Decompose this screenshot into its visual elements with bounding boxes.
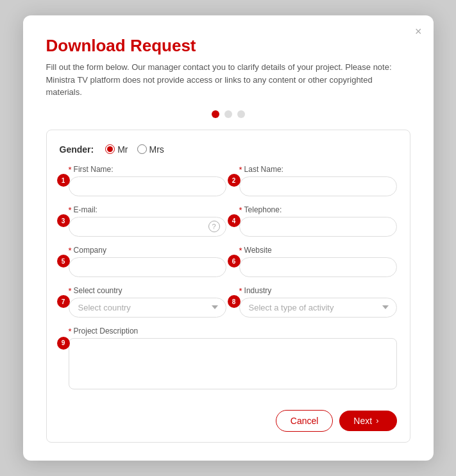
- badge-2: 2: [228, 174, 241, 187]
- email-label: * E-mail:: [69, 205, 226, 215]
- gender-radio-group: Mr Mrs: [105, 144, 164, 155]
- first-name-label: * First Name:: [69, 165, 226, 174]
- modal-overlay: × Download Request Fill out the form bel…: [0, 0, 456, 476]
- email-help-icon[interactable]: ?: [208, 221, 220, 232]
- next-arrow-icon: ›: [376, 416, 378, 425]
- form-actions: Cancel Next ›: [60, 410, 397, 432]
- gender-row: Gender: Mr Mrs: [60, 144, 397, 155]
- company-input[interactable]: [69, 257, 226, 277]
- badge-9: 9: [57, 337, 70, 350]
- gender-mr-label: Mr: [117, 144, 128, 155]
- badge-3: 3: [57, 214, 70, 227]
- gender-label: Gender:: [60, 144, 94, 155]
- gender-mr-radio[interactable]: [105, 144, 115, 154]
- step-dot-3: [237, 110, 245, 118]
- badge-5: 5: [57, 255, 70, 268]
- telephone-field: 4 * Telephone:: [239, 205, 397, 237]
- gender-mrs-label: Mrs: [149, 144, 164, 155]
- website-input[interactable]: [239, 257, 397, 277]
- modal-description: Fill out the form below. Our manager con…: [46, 61, 410, 99]
- first-name-field: 1 * First Name:: [69, 165, 226, 196]
- company-label: * Company: [69, 246, 226, 255]
- next-button-label: Next: [353, 416, 372, 426]
- website-label: * Website: [239, 246, 397, 255]
- step-dot-1: [212, 110, 219, 118]
- badge-7: 7: [57, 295, 70, 308]
- modal-title: Download Request: [46, 36, 410, 56]
- badge-1: 1: [57, 174, 70, 187]
- email-input-wrap: ?: [69, 217, 226, 237]
- industry-field: 8 * Industry Select a type of activity: [239, 286, 397, 318]
- modal: × Download Request Fill out the form bel…: [23, 15, 434, 461]
- telephone-input[interactable]: [239, 217, 397, 237]
- badge-4: 4: [228, 214, 241, 227]
- country-field: 7 * Select country Select country: [69, 286, 226, 318]
- first-name-input[interactable]: [69, 176, 226, 196]
- stepper: [46, 110, 410, 118]
- gender-mrs-radio[interactable]: [137, 144, 147, 154]
- telephone-label: * Telephone:: [239, 205, 397, 215]
- badge-6: 6: [228, 255, 241, 268]
- email-input[interactable]: [69, 217, 226, 237]
- email-field: 3 * E-mail: ?: [69, 205, 226, 237]
- project-description-field: 9 * Project Description: [69, 327, 397, 392]
- industry-select[interactable]: Select a type of activity: [239, 298, 397, 318]
- next-button[interactable]: Next ›: [339, 411, 396, 431]
- form-box: Gender: Mr Mrs 1: [46, 130, 410, 443]
- gender-mr-option[interactable]: Mr: [105, 144, 128, 155]
- step-dot-2: [224, 110, 232, 118]
- country-label: * Select country: [69, 286, 226, 296]
- gender-mrs-option[interactable]: Mrs: [137, 144, 164, 155]
- form-grid: 1 * First Name: 2 * Last Name:: [60, 165, 397, 401]
- website-field: 6 * Website: [239, 246, 397, 277]
- close-button[interactable]: ×: [415, 26, 422, 37]
- last-name-label: * Last Name:: [239, 165, 397, 174]
- last-name-input[interactable]: [239, 176, 397, 196]
- country-select[interactable]: Select country: [69, 298, 226, 318]
- cancel-button[interactable]: Cancel: [276, 410, 334, 432]
- project-description-textarea[interactable]: [69, 338, 397, 389]
- company-field: 5 * Company: [69, 246, 226, 277]
- project-description-label: * Project Description: [69, 327, 397, 336]
- badge-8: 8: [228, 295, 241, 308]
- industry-label: * Industry: [239, 286, 397, 296]
- last-name-field: 2 * Last Name:: [239, 165, 397, 196]
